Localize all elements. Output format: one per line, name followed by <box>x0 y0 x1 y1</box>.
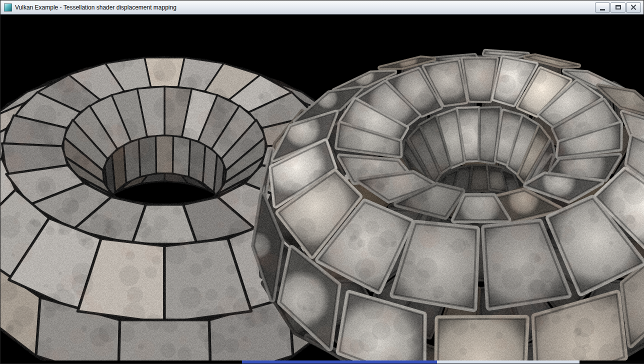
app-icon[interactable] <box>4 4 12 12</box>
app-window: Vulkan Example - Tessellation shader dis… <box>0 0 644 364</box>
close-icon <box>631 4 636 10</box>
close-button[interactable] <box>626 2 641 12</box>
minimize-button[interactable] <box>595 2 610 12</box>
maximize-icon <box>616 5 621 10</box>
taskbar-sliver-segment <box>580 360 644 364</box>
maximize-button[interactable] <box>610 2 626 12</box>
titlebar[interactable]: Vulkan Example - Tessellation shader dis… <box>0 0 644 14</box>
render-viewport[interactable] <box>0 14 644 362</box>
taskbar-sliver-segment <box>437 360 580 364</box>
minimize-icon <box>600 9 605 10</box>
taskbar-sliver-segment <box>242 360 437 364</box>
window-title: Vulkan Example - Tessellation shader dis… <box>15 4 176 11</box>
taskbar-sliver-segment <box>0 360 242 364</box>
taskbar-sliver <box>0 360 644 364</box>
window-controls <box>595 2 641 12</box>
